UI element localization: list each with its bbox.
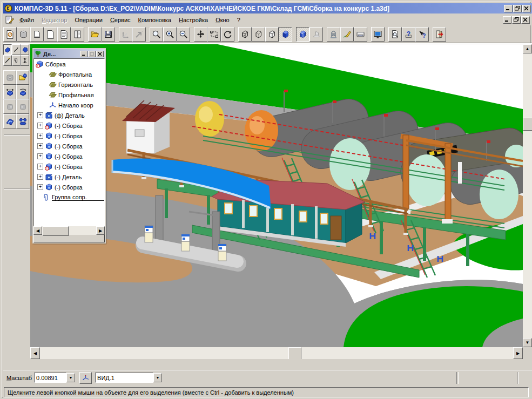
- menu-window[interactable]: Окно: [212, 16, 233, 24]
- toolbar-button-open[interactable]: [88, 27, 102, 42]
- horizontal-scroll-thumb[interactable]: [288, 347, 301, 360]
- tree-scroll-right-button[interactable]: ▶: [96, 226, 105, 235]
- close-button[interactable]: [522, 5, 531, 12]
- tree-minimize-button[interactable]: [80, 51, 87, 57]
- switch-spline-button[interactable]: [12, 44, 21, 55]
- scroll-left-button[interactable]: ◀: [30, 347, 40, 359]
- tree-item-profile-plane[interactable]: Профильная: [34, 90, 104, 100]
- toolbar-button-context-help[interactable]: ?: [415, 27, 429, 42]
- minimize-button[interactable]: [504, 5, 513, 12]
- toolbar-button-shaded[interactable]: [279, 27, 292, 42]
- fix-component-button[interactable]: [3, 99, 16, 114]
- expand-button[interactable]: +: [37, 153, 43, 159]
- document-icon[interactable]: [5, 16, 14, 24]
- tree-item-subassembly[interactable]: + (-) Сборка: [34, 131, 104, 141]
- restore-button[interactable]: [513, 5, 522, 12]
- expand-button[interactable]: +: [37, 184, 43, 190]
- component-properties-button[interactable]: [16, 99, 29, 114]
- tree-item-subassembly[interactable]: + ! (-) Сборка: [34, 161, 104, 172]
- toolbar-button-new-sketch[interactable]: [340, 27, 354, 42]
- menu-help[interactable]: ?: [233, 16, 244, 24]
- tree-item-subassembly[interactable]: + (-) Сборка: [34, 182, 104, 192]
- edit-component-button[interactable]: [3, 70, 16, 85]
- menu-file[interactable]: Файл: [16, 16, 38, 24]
- expand-button[interactable]: +: [37, 133, 43, 139]
- rotate-component-button[interactable]: [16, 85, 29, 99]
- tree-close-button[interactable]: [96, 51, 104, 57]
- expand-button[interactable]: +: [37, 164, 43, 170]
- vertical-scroll-thumb[interactable]: [523, 118, 532, 131]
- orientation-button[interactable]: [79, 372, 92, 384]
- menu-editor[interactable]: Редактор: [38, 16, 71, 24]
- tree-window-title-bar[interactable]: Де...: [33, 49, 105, 58]
- tree-item-subassembly[interactable]: + (-) Сборка: [34, 141, 104, 151]
- toolbar-button-new-sheet[interactable]: [3, 27, 17, 42]
- tree-item-subassembly[interactable]: + ! (-) Сборка: [34, 120, 104, 131]
- switch-line-button[interactable]: [3, 55, 12, 66]
- menu-service[interactable]: Сервис: [106, 16, 134, 24]
- tree-item-part[interactable]: + (-) Деталь: [34, 172, 104, 182]
- tree-item-frontal-plane[interactable]: Фронтальна: [34, 69, 104, 79]
- tree-item-mates-group[interactable]: Группа сопр.: [34, 192, 104, 202]
- toolbar-button-new-specification[interactable]: [71, 27, 84, 42]
- menu-layout[interactable]: Компоновка: [134, 16, 175, 24]
- tree-horizontal-scrollbar[interactable]: ◀ ▶: [33, 226, 105, 235]
- tree-scroll-thumb[interactable]: [43, 226, 69, 236]
- switch-solid-button[interactable]: [3, 44, 12, 55]
- toolbar-button-local-axes[interactable]: [119, 27, 132, 42]
- scale-dropdown-button[interactable]: ▼: [66, 373, 75, 382]
- tree-item-origin[interactable]: Начало коор: [34, 100, 104, 110]
- expand-button[interactable]: +: [37, 112, 43, 118]
- tree-item-subassembly[interactable]: + (-) Сборка: [34, 151, 104, 161]
- toolbar-button-new-text-document[interactable]: [57, 27, 71, 42]
- toolbar-button-zoom-in[interactable]: [163, 27, 177, 42]
- tree-scroll-left-button[interactable]: ◀: [33, 226, 42, 235]
- switch-dimension-button[interactable]: [21, 55, 29, 66]
- toolbar-button-hidden-lines[interactable]: [252, 27, 265, 42]
- toolbar-button-control-panel[interactable]: [354, 27, 367, 42]
- base-component-button[interactable]: [3, 114, 16, 129]
- horizontal-scrollbar[interactable]: ◀ ▶: [30, 347, 523, 359]
- toolbar-button-zoom-out[interactable]: [177, 27, 190, 42]
- toolbar-button-pointer-edit[interactable]: [132, 27, 146, 42]
- toolbar-button-rotate-view[interactable]: [221, 27, 234, 42]
- toolbar-button-zoom[interactable]: [150, 27, 163, 42]
- switch-mates-button[interactable]: [12, 55, 21, 66]
- toolbar-button-new-part-3d[interactable]: [17, 27, 30, 42]
- toolbar-button-construction-tree[interactable]: [327, 27, 340, 42]
- toolbar-button-screen-settings[interactable]: [371, 27, 385, 42]
- toolbar-button-shaded-wireframe[interactable]: [296, 27, 309, 42]
- child-close-button[interactable]: [521, 16, 530, 24]
- toolbar-button-hidden-removed[interactable]: [265, 27, 279, 42]
- tree-maximize-button[interactable]: [88, 51, 96, 57]
- scroll-down-button[interactable]: ▼: [523, 338, 532, 347]
- toolbar-button-zoom-rect[interactable]: [207, 27, 221, 42]
- view-combo[interactable]: ВИД.1: [95, 373, 153, 383]
- expand-button[interactable]: +: [37, 174, 43, 180]
- expand-button[interactable]: +: [37, 123, 43, 129]
- toolbar-button-perspective[interactable]: [309, 27, 323, 42]
- toolbar-button-print-preview[interactable]: [388, 27, 402, 42]
- scale-combo[interactable]: 0.00891: [34, 373, 66, 383]
- switch-surface-button[interactable]: [21, 44, 29, 55]
- toolbar-button-wireframe[interactable]: [238, 27, 252, 42]
- child-restore-button[interactable]: [512, 16, 521, 24]
- expand-button[interactable]: +: [37, 143, 43, 149]
- menu-settings[interactable]: Настройка: [175, 16, 212, 24]
- add-component-from-file-button[interactable]: [16, 70, 29, 85]
- toolbar-button-pan[interactable]: [194, 27, 207, 42]
- tree-item-horizontal-plane[interactable]: Горизонталь: [34, 79, 104, 90]
- toolbar-button-help[interactable]: ?: [402, 27, 415, 42]
- tree-item-part-f[interactable]: + (ф) Деталь: [34, 110, 104, 120]
- toolbar-button-save[interactable]: [102, 27, 115, 42]
- vertical-scrollbar[interactable]: ▲ ▼: [523, 44, 532, 347]
- mate-components-button[interactable]: [16, 114, 29, 129]
- toolbar-button-new-document[interactable]: [44, 27, 57, 42]
- menu-operations[interactable]: Операции: [71, 16, 106, 24]
- toolbar-button-new-fragment[interactable]: [30, 27, 44, 42]
- scroll-up-button[interactable]: ▲: [523, 44, 532, 53]
- tree-item-assembly-root[interactable]: ! Сборка: [34, 59, 104, 69]
- view-dropdown-button[interactable]: ▼: [153, 373, 162, 382]
- toolbar-button-exit[interactable]: [433, 27, 446, 42]
- child-minimize-button[interactable]: [503, 16, 511, 24]
